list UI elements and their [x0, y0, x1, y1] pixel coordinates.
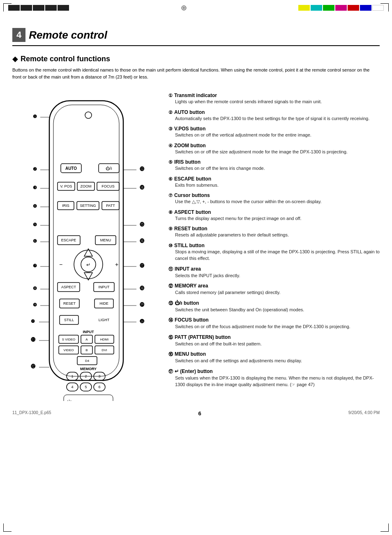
- desc-text-15: Switches on and off the built-in test pa…: [175, 340, 380, 347]
- desc-text-10: Stops a moving image, displaying a still…: [175, 248, 380, 262]
- desc-text-13: Switches the unit between Standby and On…: [175, 306, 380, 313]
- desc-title-17: ⑰↵ (Enter) button: [168, 368, 380, 375]
- corner-tr: [380, 3, 389, 12]
- svg-text:❶: ❶: [33, 114, 37, 119]
- color-bars-left: [8, 5, 69, 11]
- desc-text-17: Sets values when the DPX-1300 is display…: [175, 375, 380, 388]
- svg-text:IRIS: IRIS: [62, 204, 69, 208]
- svg-text:SETTING: SETTING: [80, 204, 96, 208]
- svg-text:⓳: ⓳: [140, 302, 145, 307]
- section-title: Remote control functions: [21, 55, 110, 63]
- svg-text:INPUT: INPUT: [99, 285, 110, 289]
- desc-num-14: ⑭: [168, 317, 173, 323]
- svg-text:RESET: RESET: [63, 301, 76, 306]
- desc-num-9: ⑨: [168, 226, 173, 232]
- svg-text:B: B: [85, 348, 88, 352]
- bar-red: [348, 5, 359, 11]
- footer-date: 9/20/05, 4:00 PM: [348, 410, 380, 417]
- svg-text:⓭: ⓭: [140, 166, 145, 171]
- desc-text-7: Use the △,▽, +, - buttons to move the cu…: [175, 198, 380, 205]
- desc-label-17: ↵ (Enter) button: [175, 368, 213, 374]
- desc-label-2: AUTO button: [174, 109, 205, 115]
- desc-title-12: ⑫MEMORY area: [168, 283, 380, 289]
- desc-item-5: ⑤IRIS buttonSwitches on or off the lens …: [168, 159, 380, 172]
- footer-filename: 11_DPX-1300_E.p65: [12, 410, 51, 417]
- desc-label-14: FOCUS button: [175, 317, 209, 323]
- svg-text:−: −: [59, 261, 62, 268]
- desc-label-16: MENU button: [175, 351, 206, 357]
- desc-title-14: ⑭FOCUS button: [168, 317, 380, 323]
- desc-num-5: ⑤: [168, 160, 173, 165]
- desc-item-15: ⑮PATT (PATTERN) buttonSwitches on and of…: [168, 334, 380, 347]
- header-bar: ⊕: [8, 4, 384, 12]
- bar-magenta: [335, 5, 347, 11]
- svg-text:↵: ↵: [86, 262, 90, 268]
- desc-title-3: ③V.POS button: [168, 126, 380, 132]
- svg-text:❽: ❽: [33, 286, 37, 291]
- desc-label-1: Transmit indicator: [174, 93, 217, 98]
- svg-text:YAMAHA: YAMAHA: [80, 401, 105, 401]
- desc-item-3: ③V.POS buttonSwitches on or off the vert…: [168, 126, 380, 139]
- desc-text-9: Resets all adjustable parameters to thei…: [175, 232, 380, 239]
- desc-item-8: ⑧ASPECT buttonTurns the display aspect m…: [168, 209, 380, 222]
- svg-text:2: 2: [85, 374, 87, 378]
- desc-num-17: ⑰: [168, 368, 173, 375]
- svg-text:⓱: ⓱: [140, 263, 145, 268]
- svg-text:⏻/ı: ⏻/ı: [106, 166, 112, 171]
- desc-text-2: Automatically sets the DPX-1300 to the b…: [175, 115, 380, 122]
- desc-label-4: ZOOM button: [174, 143, 206, 148]
- svg-text:STILL: STILL: [64, 318, 74, 322]
- desc-label-11: INPUT area: [175, 266, 201, 272]
- desc-text-6: Exits from submenus.: [175, 182, 380, 189]
- desc-item-10: ⑩STILL buttonStops a moving image, displ…: [168, 243, 380, 262]
- bar-black-5: [58, 5, 69, 11]
- desc-num-1: ①: [168, 93, 173, 98]
- desc-item-17: ⑰↵ (Enter) buttonSets values when the DP…: [168, 368, 380, 388]
- svg-text:❼: ❼: [33, 263, 37, 268]
- svg-text:HIDE: HIDE: [99, 301, 108, 306]
- descriptions-column: ①Transmit indicatorLights up when the re…: [168, 88, 380, 402]
- desc-num-2: ②: [168, 110, 173, 115]
- desc-title-13: ⑬⏻/ı button: [168, 300, 380, 306]
- svg-text:❷: ❷: [33, 167, 37, 171]
- svg-text:⓲: ⓲: [140, 285, 145, 291]
- bar-green: [323, 5, 334, 11]
- desc-item-12: ⑫MEMORY areaCalls stored memory (all par…: [168, 283, 380, 296]
- desc-num-7: ⑦: [168, 193, 173, 198]
- svg-point-2: [85, 112, 92, 118]
- svg-text:DVI: DVI: [101, 348, 107, 352]
- page-number: 6: [198, 410, 201, 417]
- svg-text:AUTO: AUTO: [65, 166, 77, 171]
- crosshair-center: ⊕: [181, 3, 187, 12]
- desc-title-2: ②AUTO button: [168, 109, 380, 115]
- svg-text:+: +: [115, 261, 118, 268]
- desc-text-5: Switches on or off the lens iris change …: [175, 165, 380, 172]
- desc-label-6: ESCAPE button: [174, 176, 211, 182]
- svg-text:INPUT: INPUT: [83, 330, 95, 334]
- bar-yellow: [298, 5, 310, 11]
- chapter-number: 4: [12, 28, 25, 42]
- desc-item-2: ②AUTO buttonAutomatically sets the DPX-1…: [168, 109, 380, 122]
- svg-text:⓫: ⓫: [31, 337, 36, 342]
- svg-text:LIGHT: LIGHT: [99, 318, 110, 322]
- svg-text:❻: ❻: [33, 239, 37, 243]
- desc-text-11: Selects the INPUT jacks directly.: [175, 272, 380, 279]
- chapter-heading: 4 Remote control: [12, 28, 380, 46]
- svg-text:ESCAPE: ESCAPE: [61, 238, 76, 242]
- svg-text:⓯: ⓯: [140, 222, 145, 227]
- desc-item-7: ⑦Cursor buttonsUse the △,▽, +, - buttons…: [168, 192, 380, 205]
- svg-text:✳: ✳: [66, 398, 72, 401]
- svg-text:S VIDEO: S VIDEO: [62, 338, 75, 341]
- desc-num-8: ⑧: [168, 210, 173, 215]
- desc-num-13: ⑬: [168, 300, 173, 306]
- color-bars-right: [298, 5, 384, 11]
- corner-bl: [3, 523, 12, 532]
- desc-num-3: ③: [168, 126, 173, 132]
- desc-text-4: Switches on or off the size adjustment m…: [175, 148, 380, 155]
- svg-text:⓰: ⓰: [140, 238, 145, 243]
- desc-text-8: Turns the display aspect menu for the pr…: [175, 215, 380, 222]
- bar-black-2: [21, 5, 32, 11]
- desc-title-15: ⑮PATT (PATTERN) button: [168, 334, 380, 340]
- svg-text:❾: ❾: [33, 302, 37, 307]
- diamond-icon: ◆: [12, 54, 18, 63]
